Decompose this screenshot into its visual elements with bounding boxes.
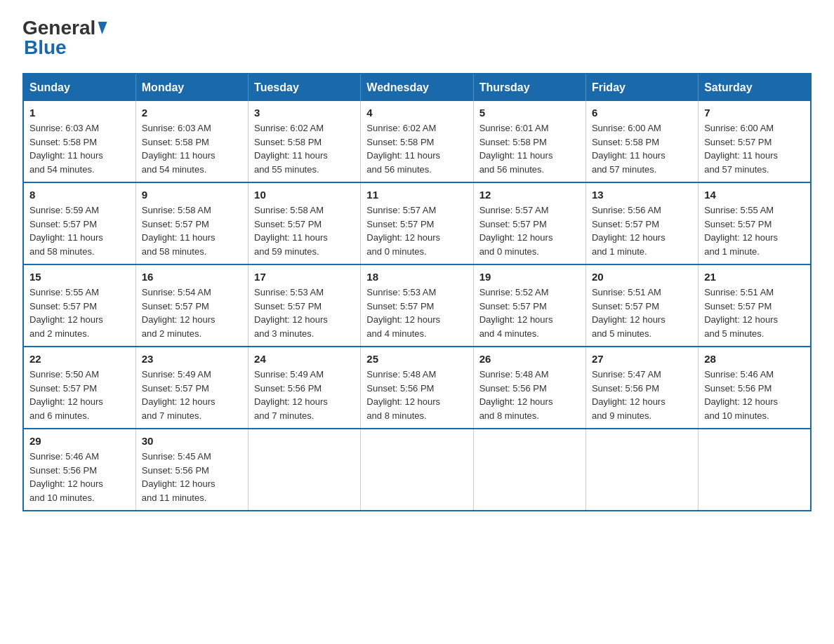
calendar-week-3: 15 Sunrise: 5:55 AMSunset: 5:57 PMDaylig… [23, 264, 811, 347]
calendar-cell: 30 Sunrise: 5:45 AMSunset: 5:56 PMDaylig… [135, 429, 248, 511]
calendar-cell: 8 Sunrise: 5:59 AMSunset: 5:57 PMDayligh… [23, 182, 135, 264]
day-number: 22 [29, 353, 130, 365]
header-tuesday: Tuesday [249, 74, 361, 101]
day-number: 21 [704, 271, 805, 283]
day-info: Sunrise: 5:48 AMSunset: 5:56 PMDaylight:… [366, 369, 440, 421]
day-number: 10 [254, 189, 355, 201]
day-number: 9 [142, 189, 242, 201]
header-sunday: Sunday [23, 74, 135, 101]
day-number: 19 [479, 271, 580, 283]
logo: General Blue [22, 17, 107, 59]
calendar-cell [585, 429, 698, 511]
day-info: Sunrise: 5:58 AMSunset: 5:57 PMDaylight:… [142, 205, 216, 257]
day-number: 2 [142, 107, 242, 119]
day-info: Sunrise: 5:57 AMSunset: 5:57 PMDaylight:… [479, 205, 553, 257]
day-info: Sunrise: 6:01 AMSunset: 5:58 PMDaylight:… [479, 123, 553, 175]
calendar-cell: 14 Sunrise: 5:55 AMSunset: 5:57 PMDaylig… [699, 182, 811, 264]
calendar-cell: 24 Sunrise: 5:49 AMSunset: 5:56 PMDaylig… [249, 347, 361, 429]
day-info: Sunrise: 6:03 AMSunset: 5:58 PMDaylight:… [142, 123, 216, 175]
day-number: 23 [142, 353, 242, 365]
day-info: Sunrise: 5:45 AMSunset: 5:56 PMDaylight:… [142, 451, 216, 503]
day-number: 16 [142, 271, 242, 283]
calendar-cell: 16 Sunrise: 5:54 AMSunset: 5:57 PMDaylig… [135, 264, 248, 347]
day-number: 12 [479, 189, 580, 201]
day-number: 11 [366, 189, 467, 201]
day-info: Sunrise: 5:57 AMSunset: 5:57 PMDaylight:… [366, 205, 440, 257]
day-number: 29 [29, 435, 130, 447]
calendar-cell: 7 Sunrise: 6:00 AMSunset: 5:57 PMDayligh… [699, 101, 811, 182]
day-number: 28 [704, 353, 805, 365]
day-info: Sunrise: 5:52 AMSunset: 5:57 PMDaylight:… [479, 287, 553, 339]
weekday-header-row: Sunday Monday Tuesday Wednesday Thursday… [23, 74, 811, 101]
day-info: Sunrise: 5:49 AMSunset: 5:57 PMDaylight:… [142, 369, 216, 421]
day-number: 6 [592, 107, 692, 119]
calendar-cell: 26 Sunrise: 5:48 AMSunset: 5:56 PMDaylig… [473, 347, 585, 429]
calendar-cell: 15 Sunrise: 5:55 AMSunset: 5:57 PMDaylig… [23, 264, 135, 347]
calendar-cell: 25 Sunrise: 5:48 AMSunset: 5:56 PMDaylig… [361, 347, 473, 429]
calendar-cell [249, 429, 361, 511]
day-info: Sunrise: 5:48 AMSunset: 5:56 PMDaylight:… [479, 369, 553, 421]
calendar-header: Sunday Monday Tuesday Wednesday Thursday… [23, 74, 811, 101]
calendar-cell: 1 Sunrise: 6:03 AMSunset: 5:58 PMDayligh… [23, 101, 135, 182]
calendar-cell: 19 Sunrise: 5:52 AMSunset: 5:57 PMDaylig… [473, 264, 585, 347]
day-info: Sunrise: 5:49 AMSunset: 5:56 PMDaylight:… [254, 369, 328, 421]
calendar-cell: 21 Sunrise: 5:51 AMSunset: 5:57 PMDaylig… [699, 264, 811, 347]
calendar-table: Sunday Monday Tuesday Wednesday Thursday… [22, 73, 812, 511]
calendar-cell: 29 Sunrise: 5:46 AMSunset: 5:56 PMDaylig… [23, 429, 135, 511]
calendar-cell: 11 Sunrise: 5:57 AMSunset: 5:57 PMDaylig… [361, 182, 473, 264]
day-info: Sunrise: 5:53 AMSunset: 5:57 PMDaylight:… [254, 287, 328, 339]
calendar-week-4: 22 Sunrise: 5:50 AMSunset: 5:57 PMDaylig… [23, 347, 811, 429]
header-friday: Friday [585, 74, 698, 101]
day-number: 1 [29, 107, 130, 119]
day-number: 15 [29, 271, 130, 283]
day-number: 18 [366, 271, 467, 283]
day-number: 26 [479, 353, 580, 365]
calendar-cell: 4 Sunrise: 6:02 AMSunset: 5:58 PMDayligh… [361, 101, 473, 182]
day-number: 8 [29, 189, 130, 201]
day-info: Sunrise: 5:51 AMSunset: 5:57 PMDaylight:… [592, 287, 666, 339]
calendar-cell: 3 Sunrise: 6:02 AMSunset: 5:58 PMDayligh… [249, 101, 361, 182]
calendar-cell: 13 Sunrise: 5:56 AMSunset: 5:57 PMDaylig… [585, 182, 698, 264]
day-info: Sunrise: 6:03 AMSunset: 5:58 PMDaylight:… [29, 123, 103, 175]
calendar-cell: 6 Sunrise: 6:00 AMSunset: 5:58 PMDayligh… [585, 101, 698, 182]
day-info: Sunrise: 5:50 AMSunset: 5:57 PMDaylight:… [29, 369, 103, 421]
header-wednesday: Wednesday [361, 74, 473, 101]
header-thursday: Thursday [473, 74, 585, 101]
logo-blue-part: Blue [22, 36, 67, 59]
day-info: Sunrise: 5:58 AMSunset: 5:57 PMDaylight:… [254, 205, 328, 257]
calendar-cell: 17 Sunrise: 5:53 AMSunset: 5:57 PMDaylig… [249, 264, 361, 347]
day-info: Sunrise: 5:56 AMSunset: 5:57 PMDaylight:… [592, 205, 666, 257]
logo-flag-icon [96, 22, 107, 34]
calendar-cell: 20 Sunrise: 5:51 AMSunset: 5:57 PMDaylig… [585, 264, 698, 347]
day-number: 3 [254, 107, 355, 119]
day-info: Sunrise: 5:59 AMSunset: 5:57 PMDaylight:… [29, 205, 103, 257]
day-number: 30 [142, 435, 242, 447]
day-info: Sunrise: 5:51 AMSunset: 5:57 PMDaylight:… [704, 287, 778, 339]
day-number: 17 [254, 271, 355, 283]
day-info: Sunrise: 6:02 AMSunset: 5:58 PMDaylight:… [366, 123, 440, 175]
day-number: 25 [366, 353, 467, 365]
day-number: 20 [592, 271, 692, 283]
calendar-cell [361, 429, 473, 511]
day-info: Sunrise: 6:00 AMSunset: 5:57 PMDaylight:… [704, 123, 778, 175]
day-number: 4 [366, 107, 467, 119]
day-info: Sunrise: 5:55 AMSunset: 5:57 PMDaylight:… [704, 205, 778, 257]
calendar-cell: 23 Sunrise: 5:49 AMSunset: 5:57 PMDaylig… [135, 347, 248, 429]
day-info: Sunrise: 5:54 AMSunset: 5:57 PMDaylight:… [142, 287, 216, 339]
day-info: Sunrise: 5:55 AMSunset: 5:57 PMDaylight:… [29, 287, 103, 339]
calendar-cell [699, 429, 811, 511]
calendar-cell: 5 Sunrise: 6:01 AMSunset: 5:58 PMDayligh… [473, 101, 585, 182]
calendar-cell: 12 Sunrise: 5:57 AMSunset: 5:57 PMDaylig… [473, 182, 585, 264]
calendar-week-2: 8 Sunrise: 5:59 AMSunset: 5:57 PMDayligh… [23, 182, 811, 264]
calendar-cell: 10 Sunrise: 5:58 AMSunset: 5:57 PMDaylig… [249, 182, 361, 264]
day-number: 14 [704, 189, 805, 201]
calendar-cell: 18 Sunrise: 5:53 AMSunset: 5:57 PMDaylig… [361, 264, 473, 347]
calendar-cell: 9 Sunrise: 5:58 AMSunset: 5:57 PMDayligh… [135, 182, 248, 264]
calendar-cell: 2 Sunrise: 6:03 AMSunset: 5:58 PMDayligh… [135, 101, 248, 182]
day-info: Sunrise: 6:00 AMSunset: 5:58 PMDaylight:… [592, 123, 666, 175]
day-number: 27 [592, 353, 692, 365]
calendar-week-5: 29 Sunrise: 5:46 AMSunset: 5:56 PMDaylig… [23, 429, 811, 511]
header-monday: Monday [135, 74, 248, 101]
day-number: 5 [479, 107, 580, 119]
day-number: 7 [704, 107, 805, 119]
